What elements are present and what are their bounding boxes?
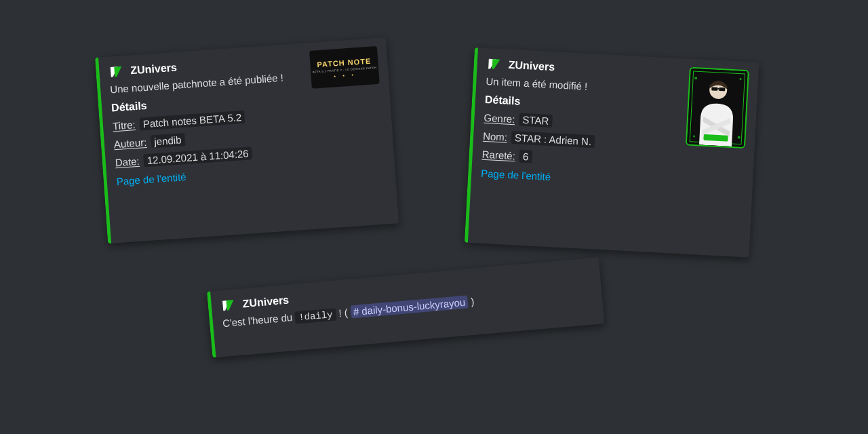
daily-suffix: ) — [467, 296, 475, 308]
svg-rect-5 — [717, 88, 719, 90]
embed-card-patchnote: ZUnivers Une nouvelle patchnote a été pu… — [95, 37, 399, 243]
field-key: Nom: — [483, 130, 508, 143]
field-key: Titre: — [113, 119, 136, 132]
svg-rect-3 — [711, 87, 717, 90]
embed-body: ZUnivers Une nouvelle patchnote a été pu… — [98, 37, 399, 243]
embed-body: ZUnivers C'est l'heure du !daily ! ( #da… — [210, 257, 604, 357]
star-icon: ★ ★ ★ — [333, 73, 356, 77]
zunivers-logo-icon — [108, 64, 124, 79]
field-value: STAR — [519, 113, 553, 128]
entity-page-link[interactable]: Page de l'entité — [481, 167, 551, 182]
field-key: Genre: — [484, 112, 515, 125]
field-value: jendib — [151, 133, 185, 148]
embed-author-name: ZUnivers — [242, 294, 290, 311]
embed-author-name: ZUnivers — [130, 62, 178, 77]
zunivers-logo-icon — [220, 297, 237, 313]
zunivers-logo-icon — [486, 56, 502, 72]
svg-rect-4 — [719, 87, 725, 91]
embed-card-item: ZUnivers Un item a été modifié ! Détails… — [465, 47, 759, 258]
daily-mid: ! ( — [336, 307, 351, 319]
field-key: Rareté: — [481, 149, 515, 162]
field-value: STAR : Adrien N. — [511, 131, 595, 148]
field-key: Auteur: — [113, 136, 146, 150]
item-card-thumbnail — [686, 67, 749, 149]
daily-command-code: !daily — [295, 309, 337, 324]
embed-body: ZUnivers Un item a été modifié ! Détails… — [468, 47, 760, 257]
svg-rect-10 — [703, 134, 728, 142]
hash-icon: # — [353, 306, 359, 318]
embed-card-daily: ZUnivers C'est l'heure du !daily ! ( #da… — [207, 257, 604, 357]
entity-page-link[interactable]: Page de l'entité — [116, 171, 186, 187]
embed-author-name: ZUnivers — [508, 59, 555, 74]
field-value: 6 — [519, 150, 532, 163]
patchnote-thumbnail: PATCH NOTE BETA 5.2 PARTIE 2 - LE DERNIE… — [309, 46, 380, 89]
daily-prefix: C'est l'heure du — [222, 311, 296, 329]
field-key: Date: — [115, 155, 140, 168]
field-value: 12.09.2021 à 11:04:26 — [143, 146, 252, 167]
